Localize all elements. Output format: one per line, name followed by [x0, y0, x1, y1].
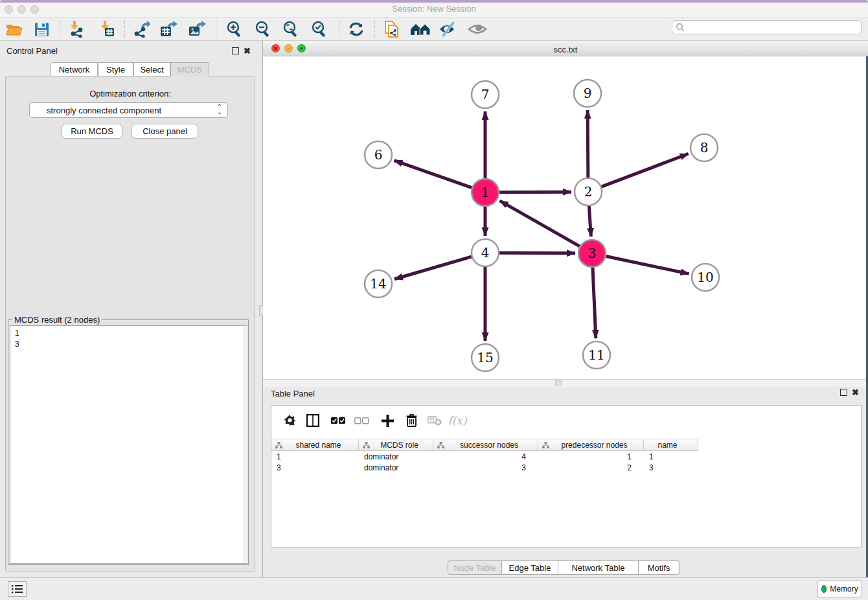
delete-column-icon[interactable] [402, 411, 421, 430]
graph-node-9[interactable]: 9 [574, 80, 601, 107]
node-label: 6 [374, 147, 383, 163]
add-column-icon[interactable] [378, 411, 397, 430]
mcds-result-text[interactable]: 1 3 [10, 325, 247, 564]
graph-node-4[interactable]: 4 [472, 239, 499, 266]
graph-node-15[interactable]: 15 [472, 344, 499, 371]
graph-node-6[interactable]: 6 [365, 141, 392, 168]
toolbar-separator [374, 20, 375, 38]
tab-motifs[interactable]: Motifs [639, 560, 680, 575]
export-network-icon[interactable] [130, 19, 152, 39]
search-icon [676, 23, 685, 32]
edge-2-8[interactable] [602, 154, 689, 187]
memory-button[interactable]: Memory [817, 581, 862, 597]
edge-3-11[interactable] [593, 268, 596, 338]
optimization-criterion-select[interactable]: strongly connected component ⌃⌄ [29, 102, 228, 118]
cell-name[interactable]: 1 [644, 451, 698, 462]
tab-edge-table[interactable]: Edge Table [502, 560, 558, 575]
graph-node-14[interactable]: 14 [365, 270, 392, 297]
select-all-columns-icon[interactable] [328, 411, 348, 430]
export-table-icon[interactable] [158, 19, 180, 39]
toolbar-separator [216, 20, 216, 38]
cell-name[interactable]: 3 [644, 462, 698, 473]
export-image-icon[interactable] [187, 19, 209, 39]
edge-3-10[interactable] [606, 257, 689, 274]
zoom-in-icon[interactable] [223, 19, 246, 39]
control-panel-float-icon[interactable] [232, 47, 239, 54]
toolbar-separator [339, 20, 339, 38]
graph-node-10[interactable]: 10 [692, 264, 719, 291]
node-label: 2 [584, 184, 593, 200]
edge-2-9[interactable] [588, 110, 588, 178]
cell-shared-name[interactable]: 3 [271, 462, 359, 473]
table-row[interactable]: 1dominator411 [271, 451, 698, 462]
zoom-out-icon[interactable] [252, 19, 274, 39]
tab-network[interactable]: Network [51, 62, 98, 76]
delete-table-icon[interactable] [425, 411, 444, 430]
tab-style[interactable]: Style [98, 62, 133, 76]
column-header-name[interactable]: name [644, 439, 698, 451]
split-view-icon[interactable] [303, 411, 323, 430]
refresh-layout-icon[interactable] [345, 19, 367, 39]
node-label: 9 [584, 86, 592, 101]
control-panel-title: Control Panel [6, 46, 58, 56]
table-panel-float-icon[interactable] [840, 389, 847, 396]
edge-4-3[interactable] [499, 253, 575, 253]
first-neighbors-icon[interactable] [409, 19, 431, 39]
hide-selected-icon[interactable] [437, 19, 459, 39]
graph-node-8[interactable]: 8 [691, 134, 718, 161]
table-panel-close-icon[interactable]: ✖ [852, 389, 859, 396]
column-header-MCDS-role[interactable]: MCDS role [359, 439, 433, 451]
cell-successor-nodes[interactable]: 3 [433, 462, 538, 473]
tab-network-table[interactable]: Network Table [558, 560, 639, 575]
edge-2-3[interactable] [589, 206, 591, 237]
graph-node-2[interactable]: 2 [575, 178, 602, 205]
cell-MCDS-role[interactable]: dominator [359, 451, 433, 462]
tab-mcds[interactable]: MCDS [170, 62, 209, 76]
zoom-fit-icon[interactable] [280, 19, 302, 39]
import-table-icon[interactable] [96, 19, 118, 39]
graph-node-11[interactable]: 11 [583, 341, 610, 369]
column-header-predecessor-nodes[interactable]: predecessor nodes [538, 439, 644, 451]
network-canvas[interactable]: 1234678910111415 [263, 56, 866, 379]
graph-node-1[interactable]: 1 [472, 179, 499, 206]
cell-shared-name[interactable]: 1 [271, 451, 359, 462]
column-header-shared-name[interactable]: shared name [271, 439, 359, 451]
network-graph: 1234678910111415 [263, 56, 866, 379]
cell-predecessor-nodes[interactable]: 2 [538, 462, 644, 473]
node-label: 3 [588, 246, 597, 261]
network-hscrollbar-thumb[interactable] [555, 380, 562, 386]
edge-1-2[interactable] [499, 192, 571, 192]
open-session-icon[interactable] [3, 19, 25, 39]
search-box [672, 20, 862, 34]
zoom-selected-icon[interactable] [308, 19, 330, 39]
run-mcds-button[interactable]: Run MCDS [62, 124, 122, 139]
save-session-icon[interactable] [30, 19, 52, 39]
tab-node-table[interactable]: Node Table [448, 560, 502, 575]
node-label: 8 [700, 140, 709, 156]
control-panel-close-icon[interactable]: ✖ [244, 47, 251, 54]
cell-MCDS-role[interactable]: dominator [359, 462, 433, 473]
gear-icon[interactable] [280, 411, 299, 430]
import-network-icon[interactable] [65, 19, 87, 39]
duplicate-network-icon[interactable] [381, 19, 403, 39]
edge-3-1[interactable] [500, 201, 580, 246]
column-header-successor-nodes[interactable]: successor nodes [433, 439, 538, 451]
mcds-result-scrollbar[interactable] [243, 326, 247, 563]
edge-1-6[interactable] [394, 161, 472, 188]
search-input[interactable] [685, 21, 861, 33]
node-label: 15 [477, 350, 493, 365]
close-panel-button[interactable]: Close panel [131, 124, 198, 139]
cell-predecessor-nodes[interactable]: 1 [538, 451, 644, 462]
table-row[interactable]: 3dominator323 [271, 462, 698, 473]
tab-select[interactable]: Select [133, 62, 170, 76]
node-table-header: shared nameMCDS rolesuccessor nodesprede… [271, 439, 698, 451]
column-grouping-icon [275, 442, 282, 448]
network-hscrollbar[interactable] [263, 379, 866, 387]
show-all-icon[interactable] [466, 19, 488, 39]
unselect-all-columns-icon[interactable] [352, 411, 371, 430]
edge-4-14[interactable] [394, 257, 472, 279]
cell-successor-nodes[interactable]: 4 [433, 451, 538, 462]
graph-node-3[interactable]: 3 [578, 240, 606, 267]
task-history-button[interactable] [8, 581, 27, 597]
graph-node-7[interactable]: 7 [472, 81, 499, 108]
